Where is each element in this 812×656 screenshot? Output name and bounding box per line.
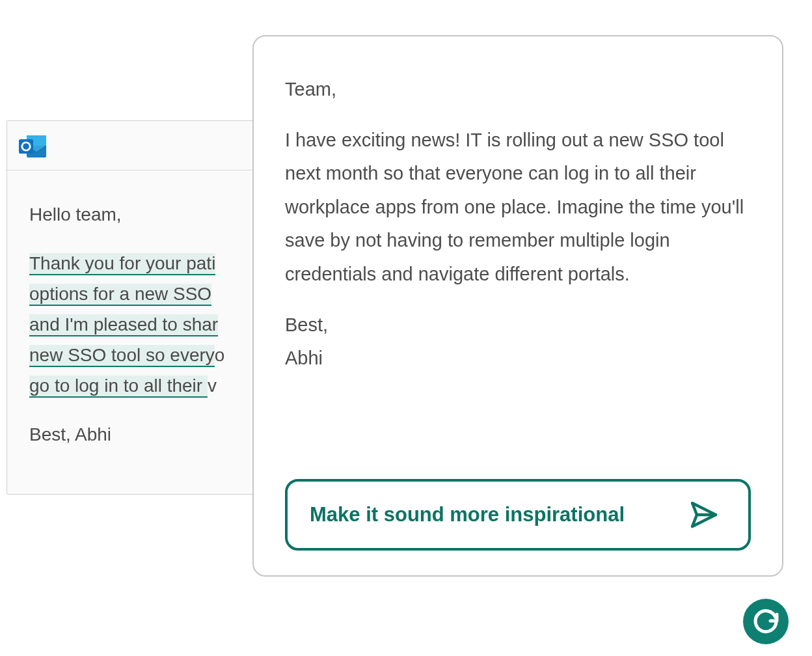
highlighted-text-line: options for a new SSO	[29, 284, 211, 306]
suggestion-text: Team, I have exciting news! IT is rollin…	[285, 73, 751, 469]
suggestion-closing: Best,	[285, 314, 328, 335]
suggestion-name: Abhi	[285, 348, 323, 368]
suggestion-greeting: Team,	[285, 73, 751, 107]
suggestion-body: I have exciting news! IT is rolling out …	[285, 124, 751, 292]
svg-rect-2	[19, 139, 33, 154]
highlighted-text-line: new SSO tool so every	[29, 345, 215, 367]
prompt-input-button[interactable]: Make it sound more inspirational	[285, 479, 751, 551]
trailing-char: v	[208, 376, 217, 396]
grammarly-badge-button[interactable]	[743, 599, 789, 644]
suggestion-signature: Best, Abhi	[285, 308, 751, 376]
send-icon	[688, 499, 720, 530]
outlook-icon	[18, 133, 47, 159]
highlighted-text-line: Thank you for your pati	[29, 253, 215, 275]
trailing-char: o	[215, 345, 225, 365]
grammarly-icon	[751, 605, 781, 638]
suggestion-popover: Team, I have exciting news! IT is rollin…	[252, 35, 783, 577]
highlighted-text-line: go to log in to all their	[29, 376, 208, 398]
highlighted-text-line: and I'm pleased to shar	[29, 314, 218, 336]
prompt-label: Make it sound more inspirational	[310, 503, 625, 526]
